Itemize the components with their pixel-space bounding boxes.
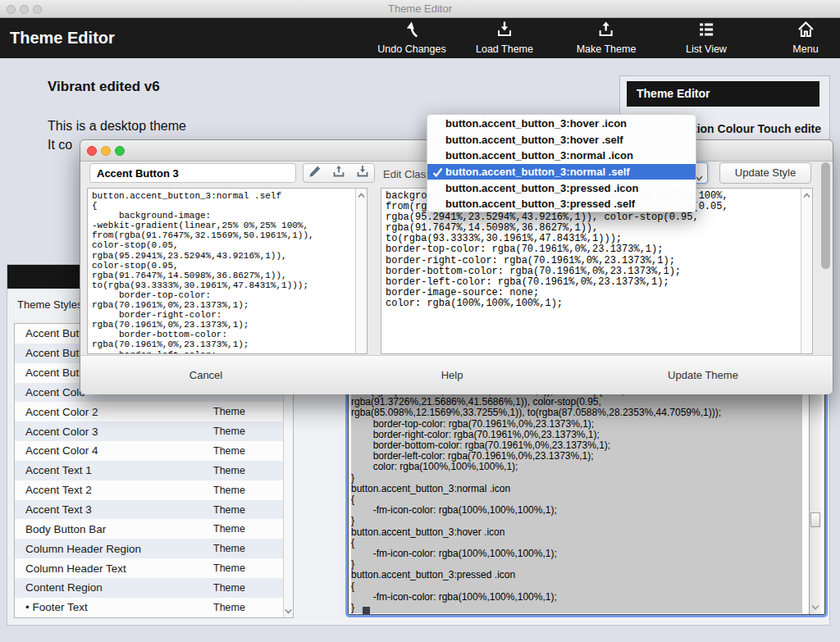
style-actions-group — [303, 163, 375, 183]
dropdown-item[interactable]: button.accent_button_3:pressed .icon — [427, 180, 696, 196]
cancel-button[interactable]: Cancel — [189, 369, 222, 381]
theme-description-line1: This is a desktop theme — [48, 119, 186, 134]
dropdown-item[interactable]: button.accent_button_3:normal .icon — [427, 148, 696, 164]
style-row[interactable]: Accent Text 2Theme — [15, 480, 283, 500]
detail-scrollbar-thumb[interactable] — [810, 512, 820, 527]
dropdown-item-selected[interactable]: button.accent_button_3:normal .self — [427, 164, 696, 180]
window-titlebar[interactable]: Theme Editor — [0, 0, 840, 18]
editor-scrollbar[interactable] — [355, 189, 367, 353]
dialog-scrollbar-thumb[interactable] — [821, 162, 830, 269]
zoom-icon[interactable] — [115, 146, 125, 156]
style-code-editor[interactable]: button.accent_button_3:normal .self { ba… — [87, 188, 368, 354]
help-button[interactable]: Help — [441, 369, 463, 381]
home-icon — [797, 20, 815, 42]
make-theme-button[interactable]: Make Theme — [577, 20, 637, 55]
chevron-down-icon[interactable] — [284, 605, 293, 617]
dropdown-item[interactable]: button.accent_button_3:pressed .self — [427, 196, 696, 212]
import-icon[interactable] — [356, 165, 369, 181]
class-dropdown-menu: button.accent_button_3:hover .icon butto… — [427, 114, 696, 212]
update-style-button[interactable]: Update Style — [719, 162, 811, 184]
style-row[interactable]: Column Header RegionTheme — [15, 539, 283, 558]
dropdown-item[interactable]: button.accent_button_3:hover .self — [427, 132, 696, 148]
menu-label: Menu — [792, 43, 818, 55]
app-window: Theme Editor Theme Editor Undo Changes L… — [0, 0, 840, 642]
window-title: Theme Editor — [0, 0, 840, 18]
export-icon[interactable] — [332, 165, 345, 181]
undo-icon — [403, 20, 421, 42]
style-code-text: button.accent_button_3:normal .self { ba… — [92, 191, 314, 354]
chevron-up-icon[interactable] — [801, 189, 812, 201]
checkmark-icon — [432, 167, 443, 178]
style-row[interactable]: Content RegionTheme — [15, 578, 283, 598]
style-css-text: from(rgba(91.7647%,32.1569%,50.1961%,1))… — [351, 386, 802, 613]
style-row[interactable]: Accent Color 3Theme — [15, 421, 283, 441]
theme-name-heading: Vibrant edited v6 — [48, 79, 160, 95]
undo-changes-label: Undo Changes — [377, 43, 445, 55]
style-row[interactable]: Accent Color 4Theme — [15, 441, 283, 461]
style-row[interactable]: Column Header TextTheme — [15, 558, 283, 578]
load-theme-label: Load Theme — [476, 43, 533, 55]
detail-scrollbar[interactable] — [809, 374, 821, 614]
theme-styles-label: Theme Styles — [17, 298, 82, 311]
make-theme-label: Make Theme — [577, 43, 637, 55]
app-title: Theme Editor — [10, 18, 115, 58]
upload-icon — [597, 20, 615, 42]
style-row[interactable]: Accent Text 1Theme — [15, 461, 283, 480]
style-row[interactable]: • Footer TextTheme — [15, 598, 283, 617]
style-name-input[interactable] — [89, 163, 296, 183]
download-icon — [495, 20, 514, 42]
theme-description-line2: It co — [48, 138, 72, 153]
minimize-icon[interactable] — [101, 146, 111, 156]
panel-clipped-text: tion Colour Touch edite — [693, 122, 821, 135]
style-row[interactable]: Accent Text 3Theme — [15, 500, 283, 520]
menu-button[interactable]: Menu — [792, 20, 818, 55]
dropdown-item[interactable]: button.accent_button_3:hover .icon — [427, 116, 696, 132]
list-view-button[interactable]: List View — [686, 20, 727, 55]
close-icon[interactable] — [87, 146, 97, 156]
class-code-editor[interactable]: background-image: -webkit-gradient(linea… — [381, 188, 813, 354]
app-toolbar: Theme Editor Undo Changes Load Theme Mak… — [0, 18, 840, 58]
panel-header: Theme Editor — [627, 81, 819, 107]
text-selection-caret — [363, 607, 370, 615]
edit-class-label: Edit Class — [383, 168, 431, 180]
load-theme-button[interactable]: Load Theme — [476, 20, 533, 55]
editor-scrollbar[interactable] — [801, 189, 812, 353]
style-row[interactable]: Accent Color 2Theme — [15, 402, 283, 421]
style-row[interactable]: Body Button BarTheme — [15, 519, 283, 539]
list-view-label: List View — [686, 43, 727, 55]
chevron-up-icon[interactable] — [356, 189, 367, 201]
dialog-footer: Cancel Help Update Theme — [80, 355, 833, 394]
undo-changes-button[interactable]: Undo Changes — [377, 20, 445, 55]
update-theme-button[interactable]: Update Theme — [668, 369, 738, 381]
style-css-textarea[interactable]: from(rgba(91.7647%,32.1569%,50.1961%,1))… — [348, 373, 825, 615]
list-icon — [697, 20, 715, 42]
chevron-down-icon[interactable] — [810, 601, 820, 612]
edit-pencil-icon[interactable] — [308, 165, 322, 181]
